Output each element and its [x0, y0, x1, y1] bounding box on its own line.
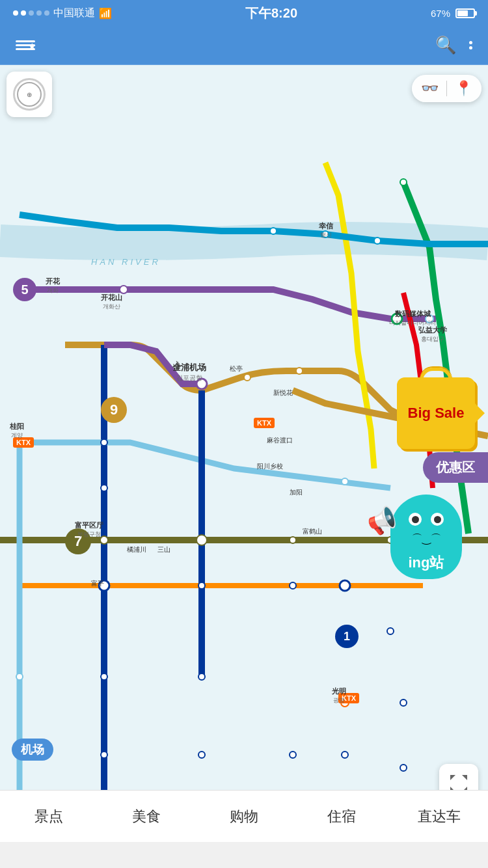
- search-button[interactable]: 🔍: [435, 35, 456, 55]
- ing-text: ing站: [409, 553, 444, 573]
- carrier-label: 中国联通: [53, 7, 95, 20]
- gaehwa-label2: 开花 개화: [46, 277, 60, 295]
- ar-map-toggle[interactable]: 👓 📍: [412, 75, 481, 102]
- svg-point-37: [101, 752, 107, 758]
- svg-point-25: [198, 582, 205, 589]
- big-sale-text: Big Sale: [408, 405, 465, 421]
- big-sale-container[interactable]: Big Sale: [397, 377, 475, 449]
- time-display: 下午8:20: [245, 5, 297, 22]
- svg-point-35: [342, 752, 348, 758]
- svg-point-32: [198, 673, 205, 680]
- svg-point-15: [244, 374, 251, 381]
- signal-dot-1: [13, 10, 18, 16]
- sale-arrow: [472, 400, 485, 426]
- ar-glasses-icon: 👓: [421, 80, 439, 97]
- svg-point-23: [101, 485, 107, 491]
- bucheon2-label: 富平: [91, 579, 104, 588]
- nav-item-hotel[interactable]: 住宿: [293, 791, 390, 842]
- compass-button[interactable]: ⊕: [7, 72, 52, 117]
- songjeong-label: 松亭: [230, 364, 243, 373]
- discount-area-text: 优惠区: [436, 460, 475, 474]
- toolbar: ★ 🔍: [0, 26, 488, 65]
- hwagok-label: 富鹤山: [303, 527, 322, 536]
- map-area[interactable]: HAN RIVER ⊕ 👓 📍 5 9 7 1 1 ✈ KTX KTX KTX …: [0, 65, 488, 842]
- svg-point-12: [400, 179, 407, 185]
- ing-character-body: ⌒‿⌒ ing站: [390, 495, 462, 579]
- status-left: 中国联通 📶: [13, 7, 112, 20]
- svg-point-26: [290, 582, 296, 589]
- sincheonhwa-label: 新悦花: [273, 388, 293, 398]
- svg-point-11: [270, 228, 277, 234]
- gyeyang-label: 桂阳 계양: [10, 422, 24, 440]
- svg-rect-0: [0, 65, 488, 842]
- svg-point-36: [101, 673, 107, 680]
- bottom-nav: 景点 美食 购物 住宿 直达车: [0, 790, 488, 842]
- big-sale-bag: Big Sale: [397, 377, 475, 449]
- gaehwa-label: 开花山 개화산: [101, 293, 122, 311]
- line9-badge: 9: [101, 397, 127, 423]
- nav-item-shopping[interactable]: 购物: [195, 791, 293, 842]
- svg-point-17: [290, 537, 296, 543]
- status-bar: 中国联通 📶 下午8:20 67%: [0, 0, 488, 26]
- nav-item-direct[interactable]: 直达车: [390, 791, 488, 842]
- wifi-icon: 📶: [99, 7, 112, 20]
- airport-badge[interactable]: 机场: [12, 739, 53, 761]
- battery-fill: [457, 10, 468, 16]
- more-button[interactable]: [469, 41, 472, 49]
- battery-icon: [455, 8, 475, 18]
- signal-dot-5: [44, 10, 49, 16]
- compass-inner: ⊕: [13, 78, 46, 111]
- battery-percent: 67%: [431, 8, 450, 19]
- menu-button[interactable]: ★: [16, 40, 35, 50]
- svg-point-22: [101, 439, 107, 446]
- svg-point-34: [290, 752, 296, 758]
- river-label: HAN RIVER: [91, 257, 161, 267]
- sinchon-label: 幸信 행신: [319, 221, 333, 239]
- svg-point-30: [400, 765, 407, 771]
- signal-dot-4: [36, 10, 42, 16]
- character-eyes: [409, 513, 444, 526]
- yangcheon-label: 阳川乡校: [257, 462, 283, 471]
- svg-point-13: [374, 237, 381, 244]
- discount-area-button[interactable]: 优惠区: [423, 452, 488, 483]
- star-icon: ★: [28, 41, 36, 51]
- svg-point-14: [296, 368, 303, 374]
- more-dot-1: [469, 41, 472, 44]
- hongik-label: 弘益大学 홍대입구: [418, 325, 447, 344]
- toolbar-right: 🔍: [435, 35, 472, 55]
- svg-point-33: [198, 752, 205, 758]
- gimpo-airport-label: 金浦机场 김포공항: [172, 362, 206, 383]
- ktx-label-1: KTX: [254, 418, 275, 428]
- signal-dot-3: [29, 10, 34, 16]
- svg-point-29: [400, 699, 407, 706]
- line5-badge: 5: [13, 278, 36, 301]
- nav-item-attractions[interactable]: 景点: [0, 791, 98, 842]
- compass-circle: ⊕: [17, 82, 42, 107]
- gwangmyeong-label: 光明 광명: [332, 686, 346, 705]
- nav-item-food[interactable]: 美食: [98, 791, 195, 842]
- svg-point-18: [342, 478, 348, 485]
- svg-point-16: [197, 535, 207, 545]
- gayang-label: 加阳: [290, 488, 303, 497]
- bucheon-label: 橘浦川: [127, 545, 146, 554]
- svg-point-38: [16, 673, 23, 680]
- more-dot-2: [469, 46, 472, 49]
- map-pin-icon: 📍: [455, 80, 472, 97]
- status-right: 67%: [431, 8, 475, 19]
- samsan-label: 三山: [157, 545, 170, 554]
- dmc-label: 数码媒体城 디지털미디어시티: [389, 309, 436, 327]
- ing-character-container[interactable]: ⌒‿⌒ ing站 📢: [384, 488, 468, 579]
- svg-point-28: [387, 628, 394, 634]
- magoknaruguide-label: 麻谷渡口: [267, 436, 293, 445]
- bupyeong-label: 富平区厅 부평구청: [75, 521, 103, 539]
- svg-point-27: [340, 580, 350, 591]
- signal-dot-2: [21, 10, 26, 16]
- toggle-divider: [446, 81, 447, 96]
- signal-dots: [13, 10, 49, 16]
- line1-badge-middle: 1: [335, 625, 359, 648]
- map-svg: [0, 65, 488, 842]
